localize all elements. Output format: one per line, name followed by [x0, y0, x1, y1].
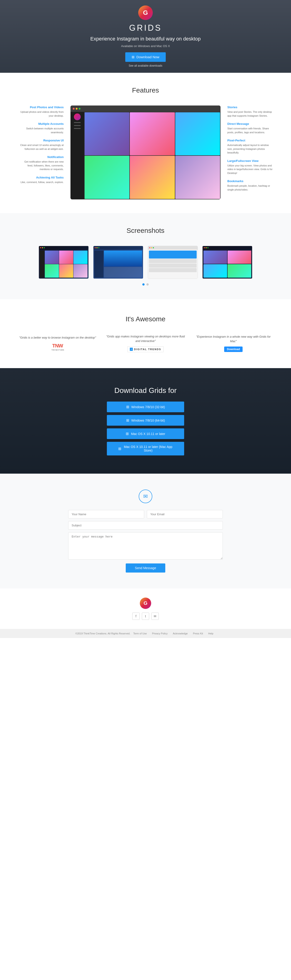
- hero-subtitle: Experience Instagram in beautiful way on…: [90, 35, 201, 43]
- contact-form: Send Message: [68, 510, 223, 573]
- features-right-col: Stories View and post Stories. The only …: [227, 105, 273, 191]
- feature-multiple-accounts-desc: Switch between multiple accounts seamles…: [18, 127, 64, 134]
- contact-section: ✉ Send Message: [0, 474, 291, 589]
- features-grid: Post Photos and Videos Upload photos and…: [18, 105, 273, 199]
- hero-section: G GRIDS Experience Instagram in beautifu…: [0, 0, 291, 73]
- screenshot-thumb-3[interactable]: [148, 246, 198, 279]
- feature-fullscreen-view: Large/Fullscreen View Utilize your big s…: [227, 159, 273, 175]
- awesome-quote-tnw: "Grids is a better way to browse Instagr…: [18, 336, 97, 340]
- download-win32-button[interactable]: ⊞ Windows 7/8/10 (32-bit): [107, 402, 184, 412]
- awesome-item-digital: "Grids app makes Instagram viewing on de…: [106, 334, 185, 352]
- carousel-dot-1[interactable]: [142, 283, 145, 286]
- envelope-icon: ✉: [143, 493, 148, 500]
- feature-post-photos-desc: Upload photos and videos directly from y…: [18, 110, 64, 118]
- contact-subject-input[interactable]: [68, 521, 223, 530]
- digital-trends-logo: + DIGITAL TRENDS: [127, 346, 164, 352]
- awesome-item-tnw: "Grids is a better way to browse Instagr…: [18, 336, 97, 351]
- feature-stories: Stories View and post Stories. The only …: [227, 105, 273, 118]
- apple-icon-1: ⊞: [126, 431, 129, 436]
- email-social-icon[interactable]: ✉: [151, 612, 159, 620]
- feature-multiple-accounts: Multiple Accounts Switch between multipl…: [18, 122, 64, 134]
- tnw-logo: TNWTHE NEXT WEB: [18, 343, 97, 351]
- screenshots-carousel: [18, 246, 273, 279]
- feature-post-photos-title: Post Photos and Videos: [18, 105, 64, 109]
- download-logo-text: Download: [227, 348, 240, 351]
- feature-stories-title: Stories: [227, 105, 273, 109]
- feature-responsive-ui: Responsive UI Clean and smart UI works a…: [18, 139, 64, 151]
- feature-notification-desc: Get notification when there are new feed…: [18, 160, 64, 171]
- feature-all-tasks-title: Achieving All Tasks: [18, 176, 64, 179]
- awesome-quote-cnet: "Experience Instagram in a whole new way…: [194, 334, 273, 344]
- social-icons: f t ✉: [9, 612, 282, 620]
- feature-direct-message-desc: Start conversation with friends. Share p…: [227, 127, 273, 134]
- screenshots-section: Screenshots: [0, 213, 291, 299]
- footer-links: ©2019 ThinkTime Creations. All Rights Re…: [0, 629, 291, 638]
- hero-title: GRIDS: [129, 23, 162, 33]
- download-title: Download Grids for: [18, 386, 273, 395]
- feature-notification-title: Notification: [18, 155, 64, 159]
- feature-fullscreen-view-desc: Utilize your big screen. View photos and…: [227, 164, 273, 175]
- apple-icon-2: ⊞: [118, 447, 121, 451]
- send-message-button[interactable]: Send Message: [126, 563, 165, 573]
- download-win64-button[interactable]: ⊞ Windows 7/8/10 (64-bit): [107, 415, 184, 426]
- screenshots-title: Screenshots: [18, 227, 273, 234]
- footer-link-terms[interactable]: Term of Use: [133, 632, 146, 635]
- facebook-icon[interactable]: f: [132, 612, 140, 620]
- footer-link-privacy[interactable]: Privacy Policy: [152, 632, 167, 635]
- footer-link-acknowledge[interactable]: Acknowledge: [173, 632, 188, 635]
- features-left-col: Post Photos and Videos Upload photos and…: [18, 105, 64, 184]
- feature-pixel-perfect-title: Pixel-Perfect: [227, 139, 273, 142]
- feature-bookmarks-desc: Bookmark people, location, hashtag or si…: [227, 184, 273, 191]
- feature-post-photos: Post Photos and Videos Upload photos and…: [18, 105, 64, 118]
- carousel-dots: [18, 283, 273, 286]
- windows-icon-2: ⊞: [126, 418, 129, 422]
- feature-pixel-perfect-desc: Automatically adjust layout to window si…: [227, 143, 273, 154]
- download-buttons: ⊞ Windows 7/8/10 (32-bit) ⊞ Windows 7/8/…: [18, 402, 273, 455]
- feature-stories-desc: View and post Stories. The only desktop …: [227, 110, 273, 118]
- contact-icon: ✉: [139, 490, 152, 503]
- digital-trends-icon: +: [130, 348, 133, 351]
- awesome-section: It's Awesome "Grids is a better way to b…: [0, 299, 291, 368]
- hero-logo: G: [138, 5, 153, 20]
- contact-email-input[interactable]: [147, 510, 223, 519]
- windows-icon: ⊞: [132, 55, 135, 59]
- feature-pixel-perfect: Pixel-Perfect Automatically adjust layou…: [227, 139, 273, 154]
- screenshot-thumb-4[interactable]: [202, 246, 252, 279]
- all-downloads-link[interactable]: See all available downloads: [129, 64, 162, 67]
- feature-direct-message: Direct Message Start conversation with f…: [227, 122, 273, 134]
- feature-responsive-ui-desc: Clean and smart UI works amazingly at fu…: [18, 143, 64, 151]
- screenshot-thumb-1[interactable]: [39, 246, 89, 279]
- awesome-quote-digital: "Grids app makes Instagram viewing on de…: [106, 334, 185, 344]
- contact-name-input[interactable]: [68, 510, 144, 519]
- twitter-icon[interactable]: t: [142, 612, 149, 620]
- download-now-button[interactable]: ⊞ Download Now: [125, 52, 166, 62]
- feature-notification: Notification Get notification when there…: [18, 155, 64, 171]
- feature-direct-message-title: Direct Message: [227, 122, 273, 126]
- feature-fullscreen-view-title: Large/Fullscreen View: [227, 159, 273, 162]
- download-mac-button[interactable]: ⊞ Mac OS X 10.11 or later: [107, 428, 184, 439]
- download-logo: Download: [224, 347, 243, 352]
- footer-link-help[interactable]: Help: [208, 632, 213, 635]
- screenshot-thumb-2[interactable]: [93, 246, 143, 279]
- copyright-text: ©2019 ThinkTime Creations. All Rights Re…: [75, 632, 130, 635]
- feature-responsive-ui-title: Responsive UI: [18, 139, 64, 142]
- windows-icon-1: ⊞: [126, 405, 129, 409]
- awesome-item-cnet: "Experience Instagram in a whole new way…: [194, 334, 273, 352]
- carousel-dot-2[interactable]: [146, 283, 149, 286]
- download-mac-appstore-button[interactable]: ⊞ Mac OS X 10.11 or later (Mac App Store…: [107, 442, 184, 455]
- hero-platform: Available on Windows and Mac OS X: [121, 45, 170, 48]
- contact-message-textarea[interactable]: [68, 532, 223, 560]
- digital-trends-text: DIGITAL TRENDS: [134, 348, 161, 351]
- feature-all-tasks-desc: Like, comment, follow, search, explore.: [18, 180, 64, 184]
- features-section: Features Post Photos and Videos Upload p…: [0, 73, 291, 213]
- footer-logo-section: G f t ✉: [0, 589, 291, 629]
- features-title: Features: [18, 86, 273, 94]
- awesome-grid: "Grids is a better way to browse Instagr…: [18, 334, 273, 352]
- download-section: Download Grids for ⊞ Windows 7/8/10 (32-…: [0, 368, 291, 474]
- footer-logo: G: [140, 598, 151, 609]
- feature-all-tasks: Achieving All Tasks Like, comment, follo…: [18, 176, 64, 184]
- contact-name-email-row: [68, 510, 223, 519]
- feature-bookmarks: Bookmarks Bookmark people, location, has…: [227, 180, 273, 191]
- feature-multiple-accounts-title: Multiple Accounts: [18, 122, 64, 126]
- footer-link-press-kit[interactable]: Press Kit: [193, 632, 203, 635]
